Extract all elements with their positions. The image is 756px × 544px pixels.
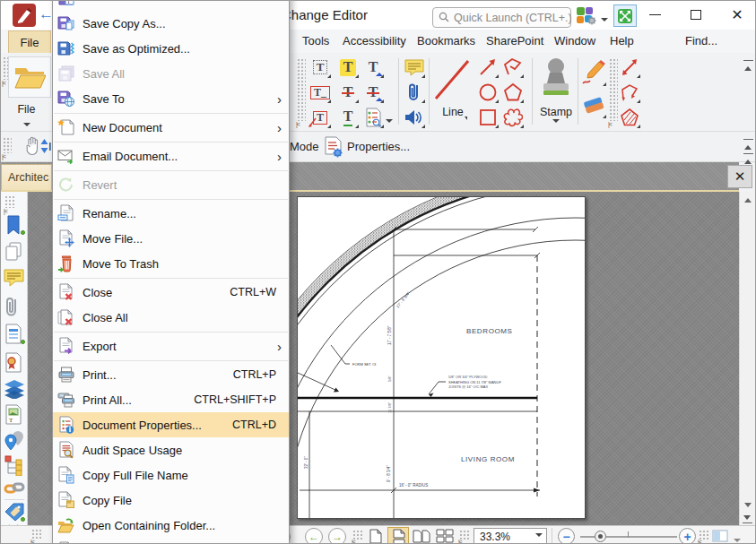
menu-window[interactable]: Window — [554, 34, 595, 47]
minimize-button[interactable] — [637, 1, 673, 29]
expand-bottom-chevron[interactable] — [743, 515, 752, 523]
menu-tools[interactable]: Tools — [302, 34, 329, 47]
ui-customization-icon[interactable] — [576, 6, 598, 29]
structure-panel-icon[interactable] — [4, 454, 25, 476]
pencil-tool[interactable] — [580, 58, 607, 87]
menu-item-copy-full-file-name[interactable]: Copy Full File Name — [53, 462, 289, 488]
document-tab[interactable]: Architec — [1, 164, 52, 190]
cloud-tool[interactable] — [501, 106, 525, 129]
menu-item-export[interactable]: Export › — [53, 333, 289, 358]
area-tool[interactable] — [618, 106, 641, 129]
collapse-tabrow-chevron[interactable] — [743, 153, 753, 161]
scroll-down-button[interactable] — [740, 498, 755, 513]
spell-check-chevron-icon[interactable] — [386, 114, 393, 130]
thumbnails-panel-icon[interactable] — [4, 241, 25, 263]
properties-button[interactable]: Properties... — [347, 140, 410, 153]
underline-text-tool[interactable]: T — [336, 106, 360, 129]
comment-toolbar-drag-handle[interactable] — [297, 58, 306, 121]
status-more-chevron-icon[interactable] — [734, 533, 741, 544]
maximize-button[interactable] — [678, 1, 714, 29]
strikeout-text-tool[interactable]: T — [336, 81, 360, 104]
callout-tool[interactable]: T — [308, 106, 332, 129]
oval-tool[interactable] — [476, 81, 500, 104]
vertical-scrollbar[interactable] — [739, 192, 754, 525]
menu-item-save-to[interactable]: Save To › — [53, 86, 289, 111]
content-panel-icon[interactable]: T — [4, 404, 25, 426]
eraser-tool[interactable] — [580, 91, 607, 119]
rectangle-tool[interactable] — [476, 106, 500, 129]
tab-file[interactable]: File — [8, 30, 51, 54]
zoom-slider-thumb[interactable] — [595, 531, 606, 542]
stamp-tool[interactable]: Stamp — [536, 56, 576, 127]
menu-item-rename[interactable]: Rename... — [53, 201, 289, 226]
signatures-panel-icon[interactable] — [4, 352, 25, 374]
replace-text-tool[interactable]: T — [361, 81, 385, 104]
menu-item-save-copy-as[interactable]: Save Copy As... — [53, 11, 289, 36]
two-pages-layout-button[interactable] — [411, 527, 432, 544]
open-file-button[interactable] — [8, 56, 51, 98]
two-pages-continuous-layout-button[interactable] — [434, 527, 456, 544]
zoom-in-button[interactable]: + — [679, 528, 696, 544]
sound-tool[interactable] — [403, 106, 426, 129]
line-tool[interactable]: Line — [432, 56, 474, 127]
menu-item-document-properties[interactable]: Document Properties... CTRL+D — [53, 412, 289, 437]
forward-view-button[interactable]: → — [328, 528, 346, 544]
zoom-out-button[interactable]: − — [558, 528, 575, 544]
polygon-tool[interactable] — [501, 81, 525, 104]
file-group-label[interactable]: File — [1, 103, 52, 116]
menu-item-print[interactable]: Print... CTRL+P — [53, 362, 289, 387]
single-page-layout-button[interactable] — [365, 527, 387, 544]
polyline-tool[interactable] — [501, 56, 525, 79]
chevron-down-icon[interactable] — [601, 13, 608, 29]
menu-item-move-file[interactable]: Move File... — [53, 226, 289, 251]
menu-help[interactable]: Help — [610, 34, 634, 47]
menu-item-save-as-optimized[interactable]: Save as Optimized... — [53, 36, 289, 61]
perimeter-tool[interactable] — [618, 81, 641, 104]
menu-item-close[interactable]: Close CTRL+W — [53, 280, 289, 305]
comments-panel-icon[interactable] — [4, 268, 25, 289]
menu-item-partial-bottom[interactable] — [53, 538, 289, 544]
hand-toolbar-drag-handle[interactable] — [3, 137, 12, 153]
back-view-button[interactable]: ← — [305, 528, 323, 544]
sticky-note-tool[interactable] — [403, 56, 426, 79]
menu-item-email-document[interactable]: Email Document... › — [53, 143, 289, 168]
menu-bookmarks[interactable]: Bookmarks — [417, 34, 475, 47]
destinations-panel-icon[interactable] — [4, 429, 25, 451]
menu-item-copy-file[interactable]: Copy File — [53, 488, 289, 513]
menu-item-audit-space-usage[interactable]: Audit Space Usage — [53, 437, 289, 462]
highlight-text-tool[interactable]: T — [336, 56, 360, 79]
menu-item-close-all[interactable]: Close All — [53, 305, 289, 330]
spell-check-tool[interactable] — [361, 106, 385, 129]
text-box-tool[interactable]: T_ — [308, 81, 332, 104]
distance-tool[interactable] — [618, 56, 641, 79]
measure-toolbar-drag-handle[interactable] — [609, 58, 618, 121]
zoom-level-select[interactable]: 33.3% — [474, 528, 547, 544]
links-panel-icon[interactable] — [4, 479, 25, 501]
quick-launch-input[interactable]: Quick Launch (CTRL+.) — [432, 7, 571, 28]
menu-item-open-containing-folder[interactable]: Open Containing Folder... — [53, 513, 289, 538]
close-button[interactable]: ✕ — [719, 1, 755, 29]
find-label[interactable]: Find... — [685, 34, 717, 47]
insert-text-tool[interactable]: T — [361, 56, 385, 79]
menu-item-partial-top[interactable]: I — [53, 0, 289, 11]
collapse-moderow-chevron[interactable] — [743, 139, 753, 147]
sidebar-drag-handle[interactable] — [4, 195, 14, 208]
collapse-toolbar-chevron[interactable] — [743, 60, 753, 68]
menu-item-move-to-trash[interactable]: Move To Trash — [53, 251, 289, 276]
hand-tool-icon[interactable] — [24, 135, 42, 160]
close-document-button[interactable]: ✕ — [727, 165, 752, 188]
menu-item-print-all[interactable]: Print All... CTRL+SHIFT+P — [53, 387, 289, 412]
layers-panel-icon[interactable] — [4, 379, 25, 401]
menu-sharepoint[interactable]: SharePoint — [486, 34, 543, 47]
menu-accessibility[interactable]: Accessibility — [343, 34, 406, 47]
document-page[interactable]: BEDROOMS LIVING ROOM FORM SET #3 5/8" OR… — [297, 196, 586, 519]
continuous-layout-button[interactable] — [387, 527, 409, 544]
menu-item-new-document[interactable]: New Document › — [53, 115, 289, 140]
attachments-panel-icon[interactable] — [4, 297, 25, 318]
typewriter-tool[interactable]: T — [308, 56, 332, 79]
reading-mode-icon[interactable] — [712, 530, 728, 544]
arrow-tool[interactable] — [476, 56, 500, 79]
fullscreen-mode-icon[interactable] — [613, 4, 637, 27]
scroll-up-button[interactable] — [740, 193, 755, 207]
attach-file-tool[interactable] — [403, 81, 426, 104]
